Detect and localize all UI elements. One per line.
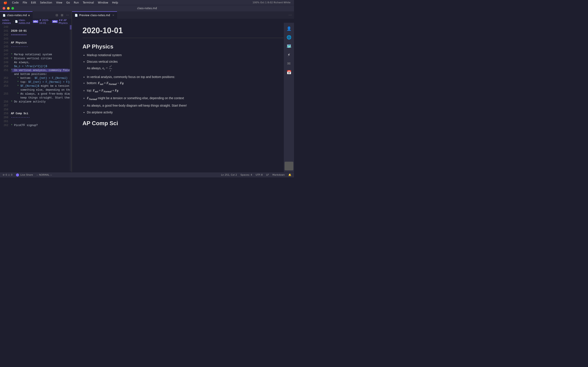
minimap-selection <box>70 25 71 30</box>
preview-more-btn[interactable]: ··· <box>286 11 294 19</box>
preview-tab-label: Preview class-notes.md <box>79 14 110 17</box>
menu-view[interactable]: View <box>54 1 64 5</box>
math-ac: ac = v2 r <box>102 67 112 70</box>
menu-window[interactable]: Window <box>96 1 110 5</box>
code-line-241: 2020-10-01 <box>11 29 68 33</box>
minimize-button[interactable] <box>7 7 10 10</box>
breadcrumb-sep-0: › <box>13 20 14 23</box>
right-sidebar-icon-0[interactable]: 👤 <box>285 25 293 32</box>
editor-tab-active[interactable]: 📄 class-notes.md <box>0 11 33 19</box>
preview-h2-physics: AP Physics <box>82 43 284 50</box>
breadcrumb-item-3[interactable]: ## AP Physics <box>59 19 69 25</box>
code-line-262: * PicoCTF signup? <box>11 123 68 127</box>
breadcrumb: notes-classes › 📄 class-notes.md › abc #… <box>0 19 71 24</box>
code-line-260: ------------ <box>11 116 68 119</box>
menu-run[interactable]: Run <box>72 1 81 5</box>
line-numbers: 240 241 242 243 244 245 246 247 248 249 … <box>0 25 11 171</box>
menu-file[interactable]: File <box>21 1 29 5</box>
code-editor[interactable]: 240 241 242 243 244 245 246 247 248 249 … <box>0 24 71 172</box>
code-line-246 <box>11 49 68 53</box>
editor-pane: 📄 class-notes.md ⊟ ⊞ ··· notes-classes ›… <box>0 11 72 172</box>
apple-menu[interactable]: 🍎 <box>2 0 9 5</box>
status-bell[interactable]: 🔔 <box>288 174 291 176</box>
split-editor-side-btn[interactable]: ⊞ <box>60 13 64 17</box>
close-button[interactable] <box>3 7 5 10</box>
code-line-248: * Discuss vertical circles <box>11 57 68 60</box>
preview-h2-comp-sci: AP Comp Sci <box>82 120 284 127</box>
traffic-lights <box>3 7 14 10</box>
editor-tab-bar: 📄 class-notes.md ⊟ ⊞ ··· <box>0 11 71 19</box>
preview-tab[interactable]: 📄 Preview class-notes.md ✕ <box>72 11 117 19</box>
thumbnail-image <box>285 162 293 170</box>
right-sidebar-icon-4[interactable]: ✉️ <box>285 59 293 67</box>
status-spaces[interactable]: Spaces: 4 <box>240 174 252 176</box>
breadcrumb-sep-1: › <box>31 20 32 23</box>
status-errors[interactable]: ⊘ 0 ⚠ 0 <box>3 174 12 176</box>
system-tray: 100% Oct 1 8:02 Richard White <box>253 1 292 4</box>
code-line-244: AP Physics <box>11 41 68 45</box>
menu-go[interactable]: Go <box>65 1 72 5</box>
menu-selection[interactable]: Selection <box>38 1 54 5</box>
menu-terminal[interactable]: Terminal <box>81 1 96 5</box>
code-line-254b: something else, depending on the context <box>11 88 68 92</box>
right-sidebar-icon-3[interactable]: ⚡ <box>285 51 293 58</box>
status-vim-mode: -- NORMAL -- <box>36 174 52 176</box>
error-icon: ⊘ <box>3 174 5 176</box>
warning-icon: ⚠ <box>8 174 10 176</box>
status-live-share[interactable]: Live Share <box>16 174 33 176</box>
code-line-251b: and bottom positions: <box>11 72 68 76</box>
menu-help[interactable]: Help <box>111 1 120 5</box>
status-bar: ⊘ 0 ⚠ 0 Live Share -- NORMAL -- Ln 251, … <box>0 172 294 177</box>
menubar: 🍎 Code File Edit Selection View Go Run T… <box>0 0 294 5</box>
breadcrumb-item-1[interactable]: class-notes.md <box>19 19 30 25</box>
list-item-airplane: Do airplane activity <box>87 110 284 115</box>
code-line-243 <box>11 37 68 41</box>
tab-modified-dot <box>28 15 30 16</box>
code-content[interactable]: 2020-10-01 ========== AP Physics -------… <box>11 25 70 171</box>
preview-tab-bar: 📄 Preview class-notes.md ✕ ··· <box>72 11 294 19</box>
breadcrumb-item-2[interactable]: # 2020-10-01 <box>39 19 49 25</box>
preview-h1: 2020-10-01 <box>82 26 284 38</box>
status-encoding[interactable]: UTF-8 <box>256 174 263 176</box>
math-bottom: Fnet = FNormal − Fg <box>98 82 124 85</box>
code-line-254: * $F_{Normal}$ might be a tension or <box>11 84 68 88</box>
file-icon: 📄 <box>3 14 6 17</box>
tab-label: class-notes.md <box>7 14 27 17</box>
right-sidebar-icon-5[interactable]: 📅 <box>285 68 293 76</box>
tab-actions: ⊟ ⊞ ··· <box>53 11 71 19</box>
right-sidebar-icon-1[interactable]: 🌐 <box>285 33 293 41</box>
preview-tab-close[interactable]: ✕ <box>112 14 114 17</box>
code-line-250: $a_c = \frac{v^2}{r}$ <box>11 65 68 68</box>
maximize-button[interactable] <box>11 7 14 10</box>
code-line-240 <box>11 25 68 29</box>
code-line-247: * Markup notational system <box>11 53 68 57</box>
minimap <box>70 25 71 171</box>
list-item-markup: Markup notational system <box>87 53 284 58</box>
math-fnormal: FNormal <box>87 97 97 100</box>
status-line-ending[interactable]: LF <box>266 174 269 176</box>
breadcrumb-sep-2: › <box>50 20 51 23</box>
sub-list-positions: bottom: Fnet = FNormal − Fg top: Fnet = … <box>87 81 284 108</box>
as-always-text: As always, <box>87 66 102 70</box>
menu-edit[interactable]: Edit <box>29 1 38 5</box>
code-line-255: * As always, a good free-body diagram wi… <box>11 92 68 96</box>
status-language[interactable]: Markdown <box>272 174 285 176</box>
more-actions-btn[interactable]: ··· <box>65 13 70 17</box>
split-editor-btn[interactable]: ⊟ <box>55 13 59 17</box>
code-line-245: ----------- <box>11 45 68 49</box>
code-line-253: * top: $F_{net} = F_{Normal} + F{g}$ <box>11 80 68 84</box>
code-line-257 <box>11 104 68 108</box>
code-line-249: As always, <box>11 60 68 65</box>
math-top: Fnet = FNormal + Fg <box>93 89 118 92</box>
sub-list-item-diagram: As always, a good free-body diagram will… <box>87 103 284 108</box>
sub-list-item-top: top: Fnet = FNormal + Fg <box>87 88 284 94</box>
code-line-255b: keep things straight. Start there! <box>11 96 68 100</box>
menu-code[interactable]: Code <box>10 1 21 5</box>
code-line-261 <box>11 119 68 123</box>
code-line-252: * bottom: $F_{net} = F_{Normal} - F{g}$ <box>11 76 68 80</box>
status-position[interactable]: Ln 251, Col 2 <box>221 174 237 176</box>
breadcrumb-item-0[interactable]: notes-classes <box>2 19 12 25</box>
live-share-icon <box>16 174 19 176</box>
right-sidebar-icon-2[interactable]: 🗺️ <box>285 42 293 50</box>
file-breadcrumb-icon: 📄 <box>15 20 18 23</box>
